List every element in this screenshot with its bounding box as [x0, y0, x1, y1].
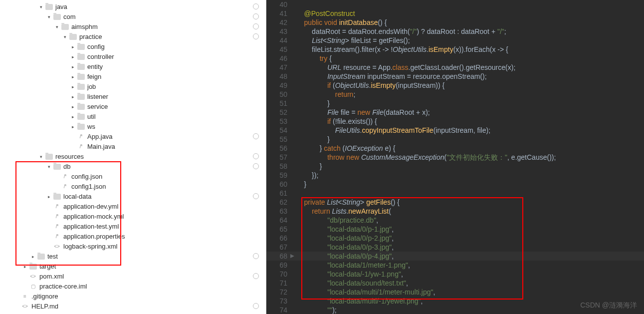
code-text[interactable]: List<String> fileList = getFiles(); — [296, 36, 644, 45]
line-number[interactable]: 56 — [266, 144, 296, 153]
code-line[interactable]: 66 "local-data/0/p-2.jpg", — [266, 234, 644, 243]
code-editor[interactable]: 4041 @PostConstruct42 public void initDa… — [266, 0, 644, 314]
project-tree[interactable]: ▾java▾com▾aimsphm▾practice▸config▸contro… — [0, 0, 266, 314]
code-text[interactable] — [296, 0, 644, 9]
code-line[interactable]: 64 "db/practice.db", — [266, 216, 644, 225]
line-number[interactable]: 45 — [266, 45, 296, 54]
code-line[interactable]: 46 try { — [266, 54, 644, 63]
code-text[interactable]: if (ObjectUtils.isEmpty(inputStream)) { — [296, 81, 644, 90]
code-text[interactable]: }); — [296, 171, 644, 180]
code-line[interactable]: 65 "local-data/0/p-1.jpg", — [266, 225, 644, 234]
code-line[interactable]: 52 File file = new File(dataRoot + x); — [266, 108, 644, 117]
code-line[interactable]: 53 if (!file.exists()) { — [266, 117, 644, 126]
code-text[interactable]: } — [296, 180, 644, 189]
code-text[interactable]: public void initDatabase() { — [296, 18, 644, 27]
tree-item[interactable]: ▸entity — [0, 62, 266, 72]
code-text[interactable]: if (!file.exists()) { — [296, 117, 644, 126]
code-line[interactable]: 60 } — [266, 180, 644, 189]
code-line[interactable]: 59 }); — [266, 171, 644, 180]
tree-item[interactable]: /*application.properties — [0, 232, 266, 242]
tree-item[interactable]: ▸ws — [0, 122, 266, 132]
tree-item[interactable]: <>HELP.md — [0, 302, 266, 312]
code-text[interactable]: InputStream inputStream = resource.openS… — [296, 72, 644, 81]
code-text[interactable]: "db/practice.db", — [296, 216, 644, 225]
chevron-icon[interactable]: ▾ — [46, 162, 52, 172]
line-number[interactable]: 53 — [266, 117, 296, 126]
tree-item[interactable]: /*Main.java — [0, 142, 266, 152]
line-number[interactable]: 62 — [266, 198, 296, 207]
code-text[interactable]: } — [296, 135, 644, 144]
code-line[interactable]: 57 throw new CustomMessageException("文件初… — [266, 153, 644, 162]
code-line[interactable]: 62 private List<String> getFiles() { — [266, 198, 644, 207]
chevron-icon[interactable]: ▾ — [62, 32, 68, 42]
chevron-icon[interactable]: ▸ — [70, 72, 76, 82]
chevron-icon[interactable]: ▾ — [38, 2, 44, 12]
line-number[interactable]: 64 — [266, 216, 296, 225]
code-line[interactable]: 48 InputStream inputStream = resource.op… — [266, 72, 644, 81]
tree-item[interactable]: ▸local-data — [0, 192, 266, 202]
code-line[interactable]: 49 if (ObjectUtils.isEmpty(inputStream))… — [266, 81, 644, 90]
line-number[interactable]: 42 — [266, 18, 296, 27]
code-line[interactable]: 72 "local-data/multi/1/meter-multi.jpg", — [266, 288, 644, 297]
line-number[interactable]: 44 — [266, 36, 296, 45]
tree-item[interactable]: /*config1.json — [0, 182, 266, 192]
line-number[interactable]: 51 — [266, 99, 296, 108]
code-text[interactable]: "local-data/-1/yw-1.png", — [296, 270, 644, 279]
tree-item[interactable]: ▸listener — [0, 92, 266, 102]
chevron-icon[interactable]: ▸ — [70, 52, 76, 62]
tree-item[interactable]: ▾practice — [0, 32, 266, 42]
line-number[interactable]: 49 — [266, 81, 296, 90]
code-text[interactable]: return; — [296, 90, 644, 99]
code-line[interactable]: 56 } catch (IOException e) { — [266, 144, 644, 153]
code-line[interactable]: 61 — [266, 189, 644, 198]
code-text[interactable]: throw new CustomMessageException("文件初始化失… — [296, 153, 644, 162]
tree-item[interactable]: /*application-dev.yml — [0, 202, 266, 212]
line-number[interactable]: 68 — [266, 252, 296, 261]
tree-item[interactable]: /*application-test.yml — [0, 222, 266, 232]
code-line[interactable]: 70 "local-data/-1/yw-1.png", — [266, 270, 644, 279]
line-number[interactable]: 54 — [266, 126, 296, 135]
tree-item[interactable]: ▸config — [0, 42, 266, 52]
code-text[interactable]: fileList.stream().filter(x -> !ObjectUti… — [296, 45, 644, 54]
tree-item[interactable]: ▸test — [0, 252, 266, 262]
tree-item[interactable]: ▾java — [0, 2, 266, 12]
tree-item[interactable]: ▾aimsphm — [0, 22, 266, 32]
code-text[interactable]: } — [296, 99, 644, 108]
line-number[interactable]: 74 — [266, 306, 296, 314]
tree-item[interactable]: <>logback-spring.xml — [0, 242, 266, 252]
code-text[interactable]: "local-data/1/meter-1.png", — [296, 261, 644, 270]
code-text[interactable] — [296, 189, 644, 198]
tree-item[interactable]: ▾db — [0, 162, 266, 172]
chevron-icon[interactable]: ▸ — [70, 82, 76, 92]
code-line[interactable]: 54 FileUtils.copyInputStreamToFile(input… — [266, 126, 644, 135]
line-number[interactable]: 40 — [266, 0, 296, 9]
code-text[interactable]: } — [296, 162, 644, 171]
line-number[interactable]: 48 — [266, 72, 296, 81]
code-line[interactable]: 44 List<String> fileList = getFiles(); — [266, 36, 644, 45]
tree-item[interactable]: ▸target — [0, 262, 266, 272]
line-number[interactable]: 43 — [266, 27, 296, 36]
tree-item[interactable]: <>pom.xml — [0, 272, 266, 282]
code-text[interactable]: @PostConstruct — [296, 9, 644, 18]
line-number[interactable]: 72 — [266, 288, 296, 297]
chevron-icon[interactable]: ▸ — [70, 42, 76, 52]
line-number[interactable]: 73 — [266, 297, 296, 306]
chevron-icon[interactable]: ▸ — [46, 192, 52, 202]
chevron-icon[interactable]: ▾ — [38, 152, 44, 162]
code-text[interactable]: "local-data/multi/1/meter-multi.jpg", — [296, 288, 644, 297]
line-number[interactable]: 59 — [266, 171, 296, 180]
line-number[interactable]: 55 — [266, 135, 296, 144]
chevron-icon[interactable]: ▸ — [70, 122, 76, 132]
code-line[interactable]: 42 public void initDatabase() { — [266, 18, 644, 27]
code-line[interactable]: 71 "local-data/sound/test.txt", — [266, 279, 644, 288]
code-text[interactable]: "local-data/0/p-2.jpg", — [296, 234, 644, 243]
code-line[interactable]: 58 } — [266, 162, 644, 171]
code-text[interactable]: "local-data/0/p-4.jpg", — [296, 252, 644, 261]
code-text[interactable]: "local-data/0/p-3.jpg", — [296, 243, 644, 252]
chevron-icon[interactable]: ▸ — [30, 252, 36, 262]
chevron-icon[interactable]: ▸ — [70, 62, 76, 72]
line-number[interactable]: 66 — [266, 234, 296, 243]
line-number[interactable]: 58 — [266, 162, 296, 171]
code-text[interactable]: private List<String> getFiles() { — [296, 198, 644, 207]
code-text[interactable]: "local-data/sound/test.txt", — [296, 279, 644, 288]
